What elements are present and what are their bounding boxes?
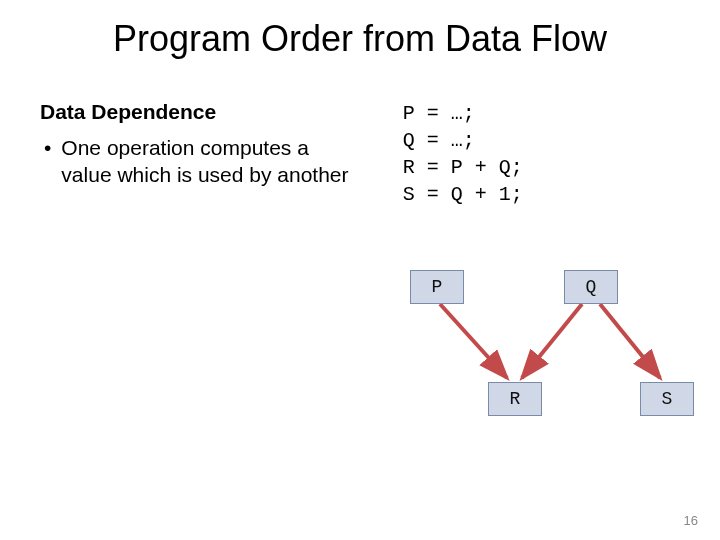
- bullet-text: One operation computes a value which is …: [61, 134, 352, 189]
- content-area: Data Dependence • One operation computes…: [0, 60, 720, 208]
- dependency-diagram: P Q R S: [410, 270, 690, 470]
- node-q: Q: [564, 270, 618, 304]
- slide-number: 16: [684, 513, 698, 528]
- code-line-3: R = P + Q;: [403, 156, 523, 179]
- node-s: S: [640, 382, 694, 416]
- svg-line-2: [600, 304, 660, 378]
- bullet-dot-icon: •: [44, 134, 51, 161]
- code-line-2: Q = …;: [403, 129, 475, 152]
- code-block: P = …; Q = …; R = P + Q; S = Q + 1;: [373, 100, 680, 208]
- code-line-4: S = Q + 1;: [403, 183, 523, 206]
- node-r: R: [488, 382, 542, 416]
- subtitle: Data Dependence: [40, 100, 353, 124]
- node-p: P: [410, 270, 464, 304]
- svg-line-0: [440, 304, 507, 378]
- svg-line-1: [522, 304, 582, 378]
- left-column: Data Dependence • One operation computes…: [40, 100, 373, 208]
- code-line-1: P = …;: [403, 102, 475, 125]
- slide-title: Program Order from Data Flow: [0, 0, 720, 60]
- bullet-item: • One operation computes a value which i…: [40, 134, 353, 189]
